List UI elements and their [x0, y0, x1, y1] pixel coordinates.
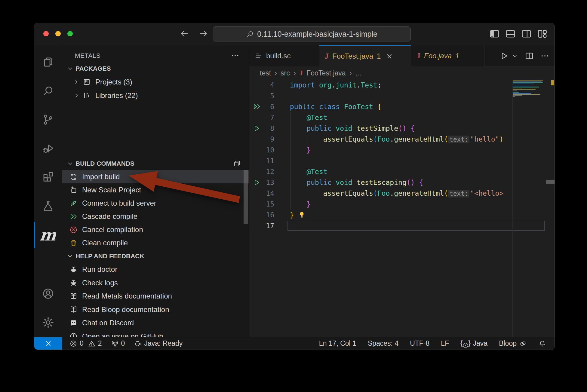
forward-arrow-icon[interactable]: [198, 29, 209, 39]
status-eol[interactable]: LF: [441, 339, 449, 348]
split-editor-icon[interactable]: [524, 51, 534, 61]
status-language-mode[interactable]: {x}Java: [460, 339, 487, 348]
line-number: 8: [257, 123, 274, 134]
remote-indicator[interactable]: [34, 337, 62, 350]
status-text: Java: [473, 339, 488, 348]
item-label: Open an issue on GitHub: [82, 332, 163, 337]
code-line-7: 7 @Test: [249, 112, 555, 123]
customize-layout-icon[interactable]: [537, 28, 548, 39]
code-line-14: 14 assertEquals(Foo.generateHtml(text:"<…: [249, 188, 555, 199]
activitybar-testing[interactable]: [34, 192, 62, 221]
tab-footest-java[interactable]: JFooTest.java1: [319, 45, 411, 67]
activitybar-accounts[interactable]: [34, 279, 62, 308]
sidebar-scrollbar[interactable]: [244, 170, 248, 224]
traffic-lights: [43, 31, 73, 36]
breadcrumb-separator: ›: [275, 69, 277, 77]
sidebar-item-connect-to-build-server[interactable]: Connect to build server: [62, 197, 249, 210]
sidebar-item-import-build[interactable]: Import build: [62, 170, 249, 183]
section-label: PACKAGES: [75, 65, 111, 72]
sidebar-item-projects-3-[interactable]: Projects (3): [62, 75, 249, 89]
activity-bar: m: [34, 45, 62, 337]
sidebar-item-chat-on-discord[interactable]: Chat on Discord: [62, 316, 249, 330]
sidebar-item-cascade-compile[interactable]: Cascade compile: [62, 210, 249, 223]
status-notifications[interactable]: [538, 340, 546, 348]
activitybar-extensions[interactable]: [34, 163, 62, 192]
item-label: Read Bloop documentation: [82, 305, 169, 314]
line-number: 4: [257, 80, 274, 90]
breadcrumb-item[interactable]: test: [260, 69, 271, 77]
lightbulb-icon[interactable]: [298, 211, 306, 219]
activitybar-run-debug[interactable]: [34, 134, 62, 163]
zoom-window-button[interactable]: [67, 31, 73, 36]
status-text: LF: [441, 339, 449, 348]
minimize-window-button[interactable]: [55, 31, 61, 36]
sidebar-item-read-metals-documentation[interactable]: Read Metals documentation: [62, 289, 249, 303]
line-number: 17: [257, 220, 274, 231]
sidebar-item-run-doctor[interactable]: Run doctor: [62, 263, 249, 276]
section-packages: PACKAGESProjects (3)Libraries (22): [62, 62, 249, 102]
sidebar-item-clean-compile[interactable]: Clean compile: [62, 236, 249, 250]
activitybar-settings[interactable]: [34, 308, 62, 337]
more-actions-icon[interactable]: [540, 51, 550, 61]
sync-icon: [69, 173, 78, 181]
status-java-status[interactable]: Java: Ready: [134, 339, 183, 348]
line-number: 10: [257, 145, 274, 155]
tab-label: Foo.java: [424, 52, 452, 60]
status-ports[interactable]: 0: [111, 339, 125, 348]
activitybar-explorer[interactable]: [34, 47, 62, 76]
tab-bar: build.scJFooTest.java1JFoo.java1: [249, 45, 555, 66]
code-editor[interactable]: 4import org.junit.Test;56public class Fo…: [249, 80, 555, 337]
status-bar: 020Java: Ready Ln 17, Col 1Spaces: 4UTF-…: [34, 337, 555, 350]
ports-icon: [111, 340, 119, 348]
breadcrumb-item[interactable]: src: [281, 69, 290, 77]
minimap[interactable]: [513, 80, 546, 97]
code-line-16: 16}: [249, 210, 555, 220]
breadcrumb-separator: ›: [349, 69, 352, 77]
section-header-build-commands[interactable]: BUILD COMMANDS: [62, 157, 249, 170]
run-file-icon[interactable]: [499, 51, 509, 61]
copy-icon[interactable]: [233, 160, 241, 167]
sidebar-item-open-an-issue-on-github[interactable]: Open an issue on GitHub: [62, 330, 249, 337]
run-dropdown-chevron-icon[interactable]: [511, 52, 518, 60]
back-arrow-icon[interactable]: [179, 29, 189, 39]
sidebar-item-libraries-22-[interactable]: Libraries (22): [62, 89, 249, 102]
tab-build-sc[interactable]: build.sc: [249, 45, 319, 66]
sidebar-item-read-bloop-documentation[interactable]: Read Bloop documentation: [62, 303, 249, 317]
status-cursor-position[interactable]: Ln 17, Col 1: [319, 339, 356, 348]
sidebar-item-check-logs[interactable]: Check logs: [62, 276, 249, 290]
command-center-search[interactable]: 0.11.10-example-basicjava-1-simple: [213, 26, 411, 41]
project-icon: [83, 78, 91, 86]
more-actions-icon[interactable]: [231, 51, 240, 60]
tab-foo-java[interactable]: JFoo.java1: [411, 45, 485, 66]
close-icon[interactable]: [386, 52, 393, 60]
runall-icon: [69, 213, 78, 221]
section-header-help-feedback[interactable]: HELP AND FEEDBACK: [62, 250, 249, 263]
section-header-packages[interactable]: PACKAGES: [62, 62, 249, 75]
sidebar-item-new-scala-project[interactable]: New Scala Project: [62, 183, 249, 197]
breadcrumb-item[interactable]: FooTest.java: [306, 69, 346, 77]
title-bar: 0.11.10-example-basicjava-1-simple: [34, 23, 555, 45]
status-bloop[interactable]: Bloop: [499, 339, 527, 348]
search-icon: [246, 30, 254, 38]
status-encoding[interactable]: UTF-8: [410, 339, 429, 348]
breadcrumb-item[interactable]: ...: [355, 69, 361, 77]
editor-scrollbar[interactable]: [546, 180, 555, 184]
code-text: @Test: [290, 112, 327, 123]
activitybar-metals[interactable]: m: [34, 221, 62, 250]
status-problems[interactable]: 02: [69, 339, 102, 348]
code-text: }: [290, 199, 311, 210]
status-indentation[interactable]: Spaces: 4: [368, 339, 398, 348]
newproj-icon: [69, 186, 78, 194]
toggle-panel-icon[interactable]: [505, 28, 516, 39]
status-text: Ln 17, Col 1: [319, 339, 356, 348]
bug-icon: [69, 265, 78, 274]
close-window-button[interactable]: [43, 31, 49, 36]
explorer-icon: [42, 56, 54, 68]
sidebar-metals: METALS PACKAGESProjects (3)Libraries (22…: [62, 45, 249, 337]
toggle-secondary-sidebar-icon[interactable]: [521, 28, 532, 39]
activitybar-source-control[interactable]: [34, 105, 62, 134]
activitybar-search[interactable]: [34, 76, 62, 105]
sidebar-item-cancel-compilation[interactable]: Cancel compilation: [62, 223, 249, 236]
toggle-sidebar-icon[interactable]: [489, 28, 500, 39]
line-number: 12: [257, 166, 274, 177]
